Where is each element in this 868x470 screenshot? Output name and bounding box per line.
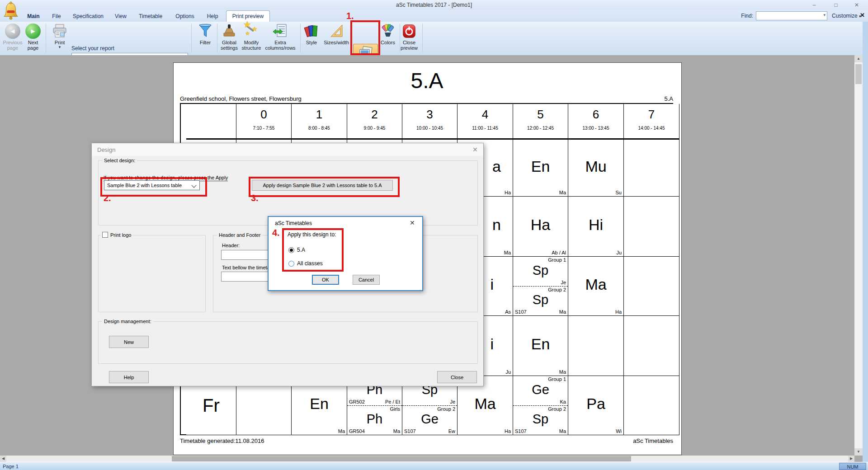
close-icon[interactable]: ✕	[410, 219, 415, 226]
print-button[interactable]: Print ▾	[50, 23, 70, 49]
title-bar: aSc Timetables 2017 - [Demo1] – □ ✕	[0, 0, 868, 10]
timetable-text: Ma	[559, 369, 566, 375]
timetable-cell: HaAb / Al	[513, 197, 568, 257]
timetable-cell: Group 1GeKa	[513, 376, 568, 405]
sizes-width-button[interactable]: Sizes/width	[321, 23, 352, 45]
class-label: 5.A	[664, 95, 673, 102]
colors-button[interactable]: Colors	[378, 23, 398, 45]
timetable-text: i	[490, 276, 494, 293]
scroll-up-icon[interactable]: ▲	[854, 55, 863, 62]
tab-file[interactable]: File	[47, 13, 66, 19]
dialog-title-bar[interactable]	[92, 143, 483, 156]
timetable-text: Sp	[513, 412, 568, 427]
tab-timetable[interactable]: Timetable	[133, 13, 168, 19]
timetable-text: En	[513, 335, 568, 353]
scroll-down-icon[interactable]: ▼	[854, 448, 863, 456]
print-logo-checkbox[interactable]	[102, 232, 108, 238]
tab-help[interactable]: Help	[203, 13, 222, 19]
timetable-cell: Group 1SpJeGroup 2SpS107Ma	[513, 257, 568, 316]
horizontal-scroll-thumb[interactable]	[172, 456, 631, 461]
tab-view[interactable]: View	[110, 13, 132, 19]
close-button[interactable]: ✕	[850, 1, 863, 9]
ok-button[interactable]: OK	[312, 275, 339, 285]
vertical-scroll-thumb[interactable]	[855, 64, 862, 84]
timetable-text: Sp	[513, 263, 568, 277]
timetable-text: Wi	[616, 428, 622, 434]
status-bar: Page 1 NUM	[0, 462, 868, 470]
dialog-title: Design	[97, 146, 115, 153]
horizontal-scrollbar[interactable]: ◀ ▶	[0, 456, 854, 462]
timetable-text: En	[513, 158, 568, 175]
timetable-cell	[624, 376, 679, 435]
scroll-right-icon[interactable]: ▶	[848, 456, 854, 462]
radio-option-all-classes[interactable]: All classes	[288, 260, 323, 267]
timetable-cell	[624, 197, 679, 257]
close-preview-label: Close preview	[397, 40, 421, 51]
find-input[interactable]: ▾	[756, 11, 827, 20]
asc-bell-logo-icon[interactable]	[2, 1, 19, 21]
timetable-cell: EnMa	[513, 316, 568, 376]
tab-specification[interactable]: Specification	[66, 13, 110, 19]
close-preview-button[interactable]: Close preview	[397, 23, 421, 51]
new-button[interactable]: New	[109, 336, 149, 348]
timetable-cell: 07:10 - 7:55	[236, 104, 292, 140]
app-window: aSc Timetables 2017 - [Demo1] – □ ✕ Main…	[0, 0, 868, 470]
timetable-text: GR502	[349, 399, 365, 404]
restore-button[interactable]: □	[829, 1, 843, 9]
ribbon-separator	[46, 24, 46, 52]
timetable-text: Ma	[338, 428, 345, 434]
timetable-text: 11:00 - 11:45	[458, 126, 513, 131]
report-label: Select your report	[71, 45, 114, 52]
extra-columns-rows-button[interactable]: Extra columns/rows	[261, 23, 300, 51]
timetable-text: Ju	[505, 369, 511, 375]
toolbar-close-icon[interactable]: ✕	[860, 12, 865, 19]
timetable-text: Ge	[402, 412, 457, 427]
generated-date: Timetable generated:11.08.2016	[180, 437, 264, 444]
school-name: Greenfield school, Flowers street, Flowe…	[180, 95, 673, 102]
radio-icon[interactable]	[288, 247, 294, 253]
apply-design-button[interactable]: Apply design Sample Blue 2 with Lessons …	[252, 180, 393, 191]
help-button[interactable]: Help	[109, 371, 149, 383]
timetable-text: S107	[515, 309, 527, 315]
power-icon	[401, 23, 418, 40]
ribbon-separator	[191, 24, 192, 52]
chevron-down-icon[interactable]: ▾	[823, 13, 826, 17]
style-button[interactable]: Style	[301, 23, 322, 45]
timetable-cell	[186, 104, 236, 140]
radio-icon[interactable]	[288, 261, 294, 267]
annotation-number-1: 1.	[346, 11, 354, 21]
previous-page-button[interactable]: ◄ Previous page	[2, 23, 24, 51]
tab-main[interactable]: Main	[21, 13, 46, 19]
find-label: Find:	[723, 13, 753, 19]
customize-button[interactable]: Customize ▾	[832, 13, 861, 19]
apply-prompt: Apply this design to:	[288, 231, 336, 238]
timetable-cell: Group 2GeS107Ew	[402, 405, 457, 435]
timetable-cell: 411:00 - 11:45	[458, 104, 513, 140]
timetable-cell: 29:00 - 9:45	[347, 104, 402, 140]
timetable-text: Ab / Al	[552, 250, 566, 255]
timetable-text: S107	[404, 428, 416, 434]
radio-option-class[interactable]: 5.A	[288, 247, 305, 253]
filter-button[interactable]: Filter	[193, 23, 217, 45]
annotation-number-3: 3.	[251, 193, 259, 203]
vertical-scrollbar[interactable]: ▲ ▼	[854, 55, 863, 456]
close-dialog-button[interactable]: Close	[437, 371, 477, 383]
timetable-text: Ma	[458, 395, 513, 413]
scroll-left-icon[interactable]: ◀	[0, 456, 6, 462]
timetable-text: Mu	[568, 158, 623, 175]
minimize-button[interactable]: –	[807, 1, 821, 9]
design-select[interactable]: Sample Blue 2 with Lessons table	[104, 180, 200, 190]
print-logo-option[interactable]: Print logo	[101, 232, 132, 238]
stamp-icon	[221, 23, 238, 40]
cancel-button[interactable]: Cancel	[353, 275, 380, 285]
next-page-button[interactable]: ► Next page	[24, 23, 42, 51]
timetable-text: 7:10 - 7:55	[236, 126, 291, 131]
timetable-text: Su	[616, 190, 622, 195]
close-icon[interactable]: ✕	[472, 146, 478, 153]
timetable-text: Ma	[559, 428, 566, 434]
window-title: aSc Timetables 2017 - [Demo1]	[0, 2, 868, 8]
timetable-cell: 18:00 - 8:45	[292, 104, 347, 140]
timetable-text: Ge	[513, 382, 568, 397]
tab-options[interactable]: Options	[171, 13, 199, 19]
timetable-cell: Group 2SpS107Ma	[513, 286, 568, 315]
